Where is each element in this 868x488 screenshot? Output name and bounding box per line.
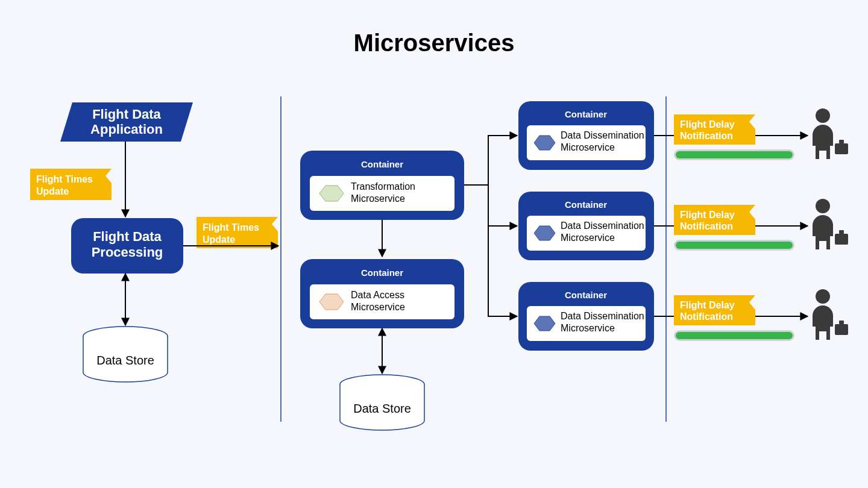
svg-rect-23 [839, 230, 844, 234]
notif-3-line1: Flight Delay [680, 300, 735, 310]
app-label-line2: Application [90, 122, 163, 137]
data-store-left: Data Store [83, 327, 168, 382]
notification-1: Flight Delay Notification [674, 108, 848, 160]
svg-rect-20 [676, 242, 793, 249]
container-label-d3: Container [565, 290, 607, 300]
svg-rect-17 [835, 143, 848, 154]
datastore-left-label: Data Store [96, 354, 154, 367]
page-title: Microservices [354, 30, 515, 56]
container-dissemination-1: Container Data Dissemination Microservic… [518, 101, 654, 170]
ftu-mid-line2: Update [203, 234, 235, 245]
fdp-line2: Processing [92, 245, 163, 260]
person-icon-2 [813, 199, 848, 249]
flight-times-update-middle: Flight Times Update [197, 217, 278, 248]
svg-point-16 [816, 108, 830, 123]
notif-1-line2: Notification [680, 131, 733, 141]
container-dissemination-3: Container Data Dissemination Microservic… [518, 282, 654, 351]
dataaccess-line1: Data Access [351, 290, 404, 300]
container-label-1: Container [361, 159, 403, 169]
svg-rect-27 [835, 324, 848, 335]
container-label-d2: Container [565, 199, 607, 210]
person-icon-3 [813, 289, 848, 340]
app-label-line1: Flight Data [92, 107, 161, 122]
flight-data-application: Flight Data Application [60, 102, 193, 142]
notif-2-line1: Flight Delay [680, 210, 735, 220]
dissem-1-line2: Microservice [561, 142, 615, 152]
ftu-left-line1: Flight Times [36, 174, 93, 184]
svg-rect-18 [839, 140, 844, 143]
data-store-middle: Data Store [340, 375, 424, 430]
container-transformation: Container Transformation Microservice [300, 151, 464, 220]
svg-rect-25 [676, 332, 793, 339]
arrow-branch-3 [464, 185, 517, 316]
ftu-left-line2: Update [36, 186, 69, 196]
dataaccess-line2: Microservice [351, 302, 405, 312]
ftu-mid-line1: Flight Times [203, 222, 259, 233]
fdp-line1: Flight Data [93, 229, 162, 244]
svg-rect-28 [839, 321, 844, 324]
person-icon-1 [813, 108, 848, 159]
notif-3-line2: Notification [680, 311, 733, 322]
svg-rect-15 [676, 151, 793, 158]
svg-rect-22 [835, 234, 848, 245]
arrow-branch-1 [464, 136, 517, 185]
container-label-2: Container [361, 267, 403, 278]
flight-times-update-left: Flight Times Update [30, 169, 112, 200]
container-data-access: Container Data Access Microservice [300, 259, 464, 328]
arrow-branch-2 [464, 185, 517, 226]
notif-1-line1: Flight Delay [680, 119, 735, 130]
dissem-1-line1: Data Dissemination [561, 130, 644, 140]
datastore-mid-label: Data Store [353, 402, 411, 415]
flight-data-processing: Flight Data Processing [71, 218, 183, 274]
dissem-3-line2: Microservice [561, 323, 615, 333]
container-label-d1: Container [565, 109, 607, 119]
dissem-3-line1: Data Dissemination [561, 311, 644, 321]
transformation-line1: Transformation [351, 181, 415, 192]
dissem-2-line1: Data Dissemination [561, 221, 644, 231]
notification-3: Flight Delay Notification [674, 289, 848, 341]
svg-point-21 [816, 199, 830, 213]
svg-point-26 [816, 289, 830, 304]
dissem-2-line2: Microservice [561, 233, 615, 243]
transformation-line2: Microservice [351, 193, 405, 204]
notification-2: Flight Delay Notification [674, 199, 848, 251]
notif-2-line2: Notification [680, 221, 733, 231]
container-dissemination-2: Container Data Dissemination Microservic… [518, 192, 654, 260]
